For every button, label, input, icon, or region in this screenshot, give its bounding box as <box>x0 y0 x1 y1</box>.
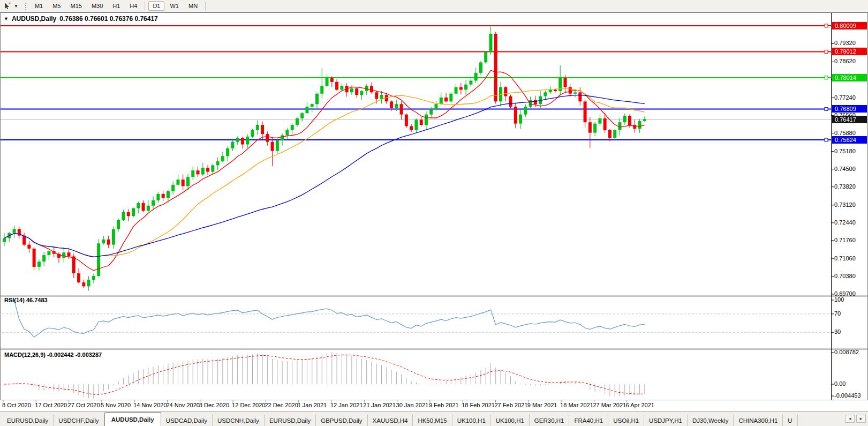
tab-uk100-h1[interactable]: UK100,H1 <box>491 415 530 426</box>
date-label: 24 Nov 2020 <box>167 402 200 408</box>
timeframe-button-m1[interactable]: M1 <box>31 1 47 11</box>
level-price-tag: 0.80009 <box>832 22 867 29</box>
date-label: 27 Mar 2021 <box>593 402 626 408</box>
rsi-tick-label: 30 <box>834 328 841 335</box>
tab-u[interactable]: U <box>783 415 797 426</box>
macd-tick-label: -0.004453 <box>834 392 861 399</box>
price-tick-label: 0.73820 <box>834 183 856 190</box>
date-label: 8 Oct 2020 <box>2 402 31 408</box>
ohlc-values: 0.76386 0.76601 0.76376 0.76417 <box>59 15 158 23</box>
tab-uk100-h1[interactable]: UK100,H1 <box>452 415 491 426</box>
timeframe-button-m15[interactable]: M15 <box>66 1 86 11</box>
tab-usdcad-daily[interactable]: USDCAD,Daily <box>161 415 213 426</box>
current-price-tag: 0.76417 <box>832 116 867 123</box>
level-price-tag: 0.76809 <box>832 105 867 113</box>
symbol-period-label: AUDUSD,Daily <box>12 15 56 23</box>
timeframe-button-w1[interactable]: W1 <box>165 1 183 11</box>
chart-title: ▼ AUDUSD,Daily 0.76386 0.76601 0.76376 0… <box>4 15 158 23</box>
tab-xauusd-h4[interactable]: XAUUSD,H4 <box>368 415 413 426</box>
price-tick-label: 0.70380 <box>834 273 856 279</box>
tab-eurusd-daily[interactable]: EURUSD,Daily <box>2 415 54 426</box>
timeframe-button-mn[interactable]: MN <box>184 1 202 11</box>
timeframe-button-h1[interactable]: H1 <box>108 1 124 11</box>
macd-tick-label: 0.008782 <box>834 349 859 355</box>
date-label: 18 Feb 2021 <box>462 402 495 408</box>
date-label: 5 Nov 2020 <box>101 402 131 408</box>
macd-indicator-label: MACD(12,26,9) -0.002442 -0.003287 <box>4 352 102 358</box>
tab-gbpusd-daily[interactable]: GBPUSD,Daily <box>316 415 367 426</box>
tab-fra40-h1[interactable]: FRA40,H1 <box>569 415 608 426</box>
cursor-tool-button[interactable]: ▼ <box>2 1 21 11</box>
price-tick-label: 0.78620 <box>834 58 856 64</box>
tab-usdjpy-h1[interactable]: USDJPY,H1 <box>644 415 688 426</box>
chart-tab-bar: EURUSD,DailyUSDCHF,DailyAUDUSD,DailyUSDC… <box>0 411 868 426</box>
tab-eurusd-daily[interactable]: EURUSD,Daily <box>265 415 316 426</box>
date-label: 30 Jan 2021 <box>396 402 429 408</box>
tab-china300-h1[interactable]: CHINA300,H1 <box>734 415 783 426</box>
price-tick-label: 0.71060 <box>834 255 856 261</box>
date-label: 1 Jan 2021 <box>298 402 327 408</box>
tab-scroll-left-icon[interactable]: ◄ <box>845 415 855 423</box>
tab-usoil-h1[interactable]: USOil,H1 <box>608 415 644 426</box>
chart-area[interactable] <box>0 0 868 426</box>
date-label: 18 Mar 2021 <box>560 402 593 408</box>
rsi-tick-label: 70 <box>834 310 841 317</box>
date-label: 27 Oct 2020 <box>68 402 100 408</box>
price-tick-label: 0.75880 <box>834 130 856 136</box>
tab-scroll-controls: ◄► <box>843 412 868 426</box>
level-price-tag: 0.75624 <box>832 136 867 144</box>
timeframe-button-m5[interactable]: M5 <box>48 1 65 11</box>
chevron-down-icon[interactable]: ▼ <box>13 4 19 9</box>
toolbar-separator <box>145 2 145 11</box>
tab-usdchf-daily[interactable]: USDCHF,Daily <box>54 415 104 426</box>
date-label: 22 Dec 2020 <box>265 402 298 408</box>
date-label: 27 Feb 2021 <box>495 402 528 408</box>
price-tick-label: 0.73120 <box>834 201 856 208</box>
date-label: 17 Oct 2020 <box>35 402 67 408</box>
timeframe-button-d1[interactable]: D1 <box>148 1 164 11</box>
tab-usdcnh-daily[interactable]: USDCNH,Daily <box>213 415 265 426</box>
price-tick-label: 0.75180 <box>834 148 856 154</box>
date-label: 14 Nov 2020 <box>133 402 167 408</box>
cursor-tool-icon <box>3 2 12 10</box>
date-label: 9 Feb 2021 <box>429 402 459 408</box>
price-tick-label: 0.74500 <box>834 166 856 172</box>
timeframe-button-group: M1M5M15M30H1H4D1W1MN <box>30 1 208 11</box>
price-tick-label: 0.71760 <box>834 237 856 243</box>
tab-dj30-weekly[interactable]: DJ30,Weekly <box>688 415 734 426</box>
date-label: 12 Dec 2020 <box>232 402 265 408</box>
tab-audusd-daily[interactable]: AUDUSD,Daily <box>104 412 161 426</box>
level-price-tag: 0.79012 <box>832 48 867 55</box>
tab-ger30-h1[interactable]: GER30,H1 <box>530 415 570 426</box>
rsi-tick-label: 100 <box>834 296 844 303</box>
macd-tick-label: 0.00 <box>834 380 846 387</box>
price-tick-label: 0.79320 <box>834 40 856 46</box>
price-tick-label: 0.72440 <box>834 219 856 226</box>
tab-hk50-m15[interactable]: HK50,M15 <box>413 415 452 426</box>
toolbar: ▼ M1M5M15M30H1H4D1W1MN <box>0 0 868 12</box>
collapse-arrow-icon[interactable]: ▼ <box>4 16 9 21</box>
rsi-indicator-label: RSI(14) 46.7483 <box>4 297 48 303</box>
date-label: 9 Mar 2021 <box>527 402 557 408</box>
level-price-tag: 0.78014 <box>832 74 867 81</box>
price-tick-label: 0.77240 <box>834 94 856 101</box>
tab-scroll-right-icon[interactable]: ► <box>856 415 866 423</box>
date-label: 21 Jan 2021 <box>363 402 396 408</box>
timeframe-button-m30[interactable]: M30 <box>87 1 107 11</box>
toolbar-separator <box>205 2 206 11</box>
toolbar-drag-grip[interactable] <box>25 2 27 10</box>
timeframe-button-h4[interactable]: H4 <box>125 1 141 11</box>
date-label: 6 Apr 2021 <box>626 402 654 408</box>
date-label: 3 Dec 2020 <box>199 402 229 408</box>
date-label: 12 Jan 2021 <box>330 402 363 408</box>
